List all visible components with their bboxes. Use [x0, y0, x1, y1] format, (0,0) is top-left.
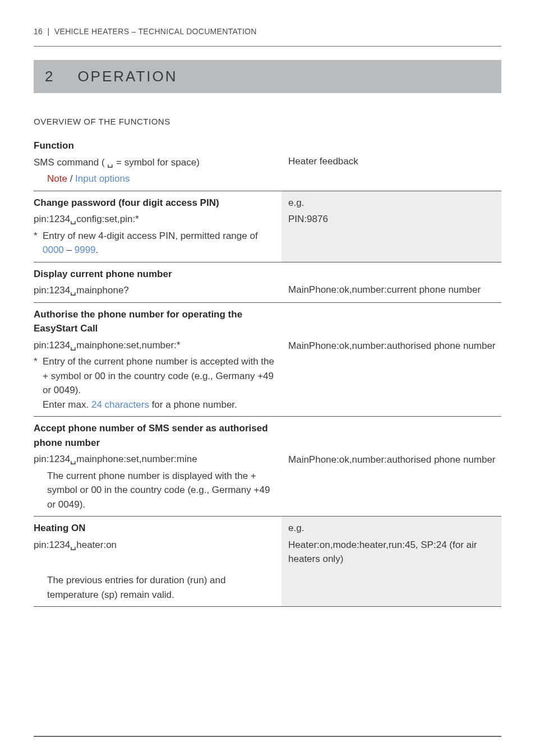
- table-row: Accept phone number of SMS sender as aut…: [34, 417, 501, 517]
- row-title: Change password (four digit access PIN): [34, 196, 275, 210]
- row-cmd: pin:1234␣mainphone:set,number:mine: [34, 452, 275, 467]
- doc-title: VEHICLE HEATERS – TECHNICAL DOCUMENTATIO…: [54, 27, 257, 36]
- row-fb-eg: e.g.: [288, 521, 496, 536]
- row-cmd: pin:1234␣mainphone?: [34, 283, 275, 298]
- asterisk-icon: *: [34, 354, 43, 412]
- head-left: Function SMS command ( ␣ = symbol for sp…: [34, 134, 282, 191]
- section-number: 2: [45, 68, 54, 85]
- row-cmd: pin:1234␣config:set,pin:*: [34, 212, 275, 227]
- subheading: OVERVIEW OF THE FUNCTIONS: [34, 117, 501, 126]
- page-number: 16: [34, 27, 43, 36]
- table-row: Change password (four digit access PIN) …: [34, 191, 501, 262]
- heater-feedback-label: Heater feedback: [288, 154, 496, 169]
- row-title: Accept phone number of SMS sender as aut…: [34, 421, 275, 450]
- table-row: Heating ON pin:1234␣heater:on The previo…: [34, 517, 501, 607]
- functions-table: Function SMS command ( ␣ = symbol for sp…: [34, 134, 501, 607]
- table-row: Authorise the phone number for operating…: [34, 302, 501, 417]
- head-right: Heater feedback: [282, 134, 501, 191]
- row-fb: PIN:9876: [288, 212, 496, 227]
- table-head-row: Function SMS command ( ␣ = symbol for sp…: [34, 134, 501, 191]
- row-fb: MainPhone:ok,number:authorised phone num…: [288, 339, 496, 353]
- row-cmd: pin:1234␣mainphone:set,number:*: [34, 338, 275, 353]
- row-fb: MainPhone:ok,number:authorised phone num…: [288, 453, 496, 467]
- table-row: Display current phone number pin:1234␣ma…: [34, 262, 501, 302]
- section-heading: 2 OPERATION: [45, 68, 490, 85]
- section-heading-bar: 2 OPERATION: [34, 60, 501, 93]
- footer-rule: [34, 736, 501, 737]
- page-header: 16 | VEHICLE HEATERS – TECHNICAL DOCUMEN…: [34, 27, 501, 36]
- row-star-note: * Entry of new 4-digit access PIN, permi…: [34, 229, 275, 257]
- row-star-note: * Entry of the current phone number is a…: [34, 354, 275, 412]
- section-title: OPERATION: [77, 68, 177, 85]
- function-label: Function: [34, 139, 275, 153]
- header-rule: [34, 46, 501, 47]
- sms-command-label: SMS command ( ␣ = symbol for space): [34, 155, 275, 170]
- row-title: Authorise the phone number for operating…: [34, 307, 275, 336]
- row-note: The current phone number is displayed wi…: [34, 469, 275, 512]
- row-fb-eg: e.g.: [288, 196, 496, 210]
- row-fb: Heater:on,mode:heater,run:45, SP:24 (for…: [288, 538, 496, 566]
- row-note: The previous entries for duration (run) …: [34, 573, 275, 602]
- row-title: Display current phone number: [34, 267, 275, 282]
- row-title: Heating ON: [34, 521, 275, 536]
- table-bottom-rule: [34, 607, 501, 607]
- asterisk-icon: *: [34, 229, 43, 257]
- row-fb: MainPhone:ok,number:current phone number: [288, 283, 496, 297]
- note-input-options: Note / Input options: [34, 172, 275, 186]
- row-cmd: pin:1234␣heater:on: [34, 538, 275, 552]
